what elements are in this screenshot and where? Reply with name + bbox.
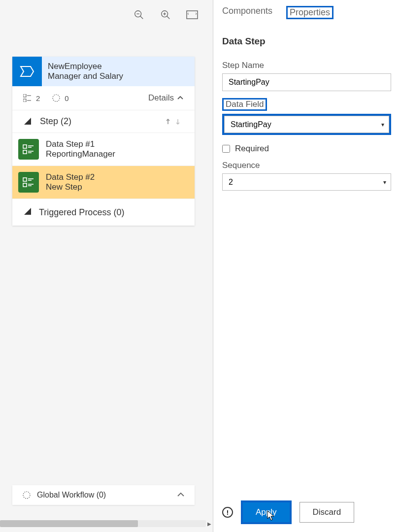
scrollbar-thumb[interactable]	[0, 520, 138, 527]
zoom-in-icon[interactable]	[160, 9, 171, 21]
step-subtitle: ReportingManager	[46, 149, 115, 159]
stat-pending: 0	[52, 94, 68, 102]
stage-title-2: Manager and Salary	[48, 71, 123, 81]
stage-card: NewEmployee Manager and Salary 2 0 Detai…	[12, 57, 195, 226]
details-label: Details	[148, 93, 174, 103]
required-checkbox[interactable]	[222, 145, 230, 153]
stat-pending-count: 0	[65, 94, 68, 102]
apply-highlight-box: Apply	[241, 500, 292, 524]
triggered-label: Triggered Process (0)	[39, 207, 124, 218]
svg-rect-13	[23, 145, 27, 148]
reorder-arrows[interactable]	[166, 117, 184, 126]
data-field-select[interactable]: StartingPay	[224, 116, 389, 133]
data-step-icon	[18, 172, 39, 193]
step-item-2[interactable]: Data Step #2 New Step	[12, 166, 195, 199]
properties-sidebar: Components Properties Data Step Step Nam…	[213, 0, 400, 532]
global-workflow-bar[interactable]: Global Workflow (0)	[12, 485, 195, 505]
data-field-label: Data Field	[222, 98, 267, 111]
step-item-1[interactable]: Data Step #1 ReportingManager	[12, 133, 195, 166]
svg-point-25	[23, 492, 30, 499]
step-name-input[interactable]	[222, 73, 391, 91]
details-toggle[interactable]: Details	[148, 93, 184, 103]
required-label: Required	[235, 144, 269, 154]
stat-steps-count: 2	[36, 94, 40, 102]
svg-point-12	[53, 95, 60, 101]
stat-steps: 2	[23, 94, 40, 102]
horizontal-scrollbar[interactable]: ▶	[0, 520, 206, 527]
data-step-icon	[18, 139, 39, 160]
svg-rect-16	[23, 150, 27, 154]
required-checkbox-row[interactable]: Required	[222, 144, 391, 154]
collapse-triangle-icon	[23, 117, 33, 127]
editor-canvas: NewEmployee Manager and Salary 2 0 Detai…	[0, 0, 213, 532]
stage-header-icon	[12, 57, 42, 86]
workflow-icon	[22, 491, 31, 499]
stage-title-1: NewEmployee	[48, 62, 123, 71]
svg-rect-22	[23, 183, 27, 187]
fit-screen-icon[interactable]	[186, 9, 198, 21]
step-section-header[interactable]: Step (2)	[12, 110, 195, 133]
tab-properties[interactable]: Properties	[286, 6, 333, 19]
data-field-select-wrap: StartingPay ▾	[222, 114, 391, 135]
svg-rect-19	[23, 178, 27, 181]
stage-header-text: NewEmployee Manager and Salary	[42, 57, 129, 86]
step-name-label: Step Name	[222, 61, 264, 70]
step-section-label: Step (2)	[40, 116, 71, 127]
svg-line-1	[140, 16, 143, 19]
sidebar-tabs: Components Properties	[213, 0, 400, 23]
properties-panel: Data Step Step Name Data Field StartingP…	[213, 23, 400, 195]
stage-header[interactable]: NewEmployee Manager and Salary	[12, 57, 195, 86]
step-title: Data Step #2	[46, 172, 95, 182]
sequence-select[interactable]: 2	[222, 173, 391, 191]
svg-rect-8	[23, 94, 26, 97]
panel-title: Data Step	[222, 36, 391, 47]
global-workflow-label: Global Workflow (0)	[37, 491, 106, 499]
zoom-out-icon[interactable]	[133, 9, 145, 21]
discard-button[interactable]: Discard	[300, 502, 355, 523]
sequence-label: Sequence	[222, 161, 260, 170]
step-subtitle: New Step	[46, 182, 95, 192]
stage-stats: 2 0 Details	[12, 86, 195, 110]
info-icon[interactable]: !	[222, 507, 233, 518]
sidebar-footer: ! Apply Discard	[213, 500, 400, 524]
apply-button[interactable]: Apply	[243, 502, 290, 522]
svg-rect-10	[23, 99, 26, 102]
sequence-select-wrap: 2 ▾	[222, 173, 391, 191]
triggered-section-header[interactable]: Triggered Process (0)	[12, 199, 195, 226]
chevron-up-icon	[177, 491, 185, 499]
tab-components[interactable]: Components	[222, 6, 272, 19]
canvas-toolbar	[0, 0, 213, 30]
svg-line-4	[167, 16, 170, 19]
step-title: Data Step #1	[46, 139, 115, 149]
collapse-triangle-icon	[23, 207, 32, 218]
scrollbar-right-arrow[interactable]: ▶	[206, 520, 213, 527]
